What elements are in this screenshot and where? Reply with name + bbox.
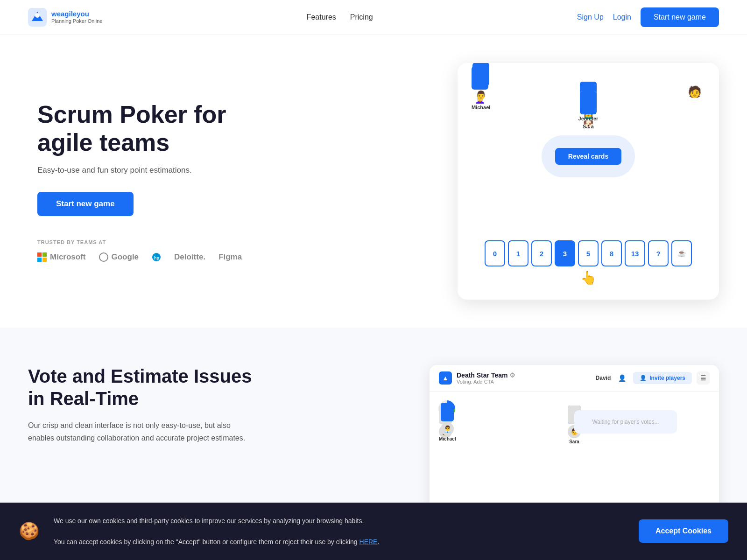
hero-title: Scrum Poker for agile teams <box>37 101 261 157</box>
vote-card-coffee[interactable]: ☕ <box>671 240 692 266</box>
vote-card-3[interactable]: 3 <box>555 240 575 266</box>
svg-rect-5 <box>42 258 47 262</box>
vote-card-2[interactable]: 2 <box>531 240 552 266</box>
player-avatar-michael: 👨 <box>473 87 489 103</box>
svg-point-6 <box>99 253 108 261</box>
team-details: Death Star Team ⚙ Voting: Add CTA <box>457 371 515 385</box>
hero-section: Scrum Poker for agile teams Easy-to-use … <box>0 35 747 328</box>
accept-cookies-button[interactable]: Accept Cookies <box>639 519 728 543</box>
signup-link[interactable]: Sign Up <box>577 13 604 21</box>
google-icon <box>99 252 108 262</box>
nav-links: Features Pricing <box>307 13 373 21</box>
logo-deloitte: Deloitte. <box>174 252 205 262</box>
card-row: 0 1 2 3 5 8 13 ? ☕ <box>472 240 705 266</box>
invite-label: Invite players <box>649 375 685 381</box>
logo-google: Google <box>99 252 139 262</box>
trusted-section: TRUSTED BY TEAMS AT Microsoft Google hp … <box>37 239 261 262</box>
s2-name-michael: Michael <box>439 436 456 441</box>
team-sub: Voting: Add CTA <box>457 379 515 385</box>
game-preview-card: 👩 Sara 👨‍🦱 👩‍🦳 <box>458 63 719 300</box>
invite-players-button[interactable]: 👤 Invite players <box>633 372 692 384</box>
cursor-icon: 👆 <box>580 270 597 286</box>
navbar: weagileyou Planning Poker Online Feature… <box>0 0 747 35</box>
svg-text:hp: hp <box>154 256 159 260</box>
cookie-text: We use our own cookies and third-party c… <box>54 516 625 547</box>
waiting-text: Waiting for player's votes... <box>592 419 659 425</box>
vote-card-q[interactable]: ? <box>648 240 669 266</box>
hero-right: 👩 Sara 👨‍🦱 👩‍🦳 <box>458 63 719 300</box>
section2-left: Vote and Estimate Issues in Real-Time Ou… <box>28 365 252 444</box>
cookie-icon: 🍪 <box>19 521 40 541</box>
cookie-sub-text: You can accept cookies by clicking on th… <box>54 537 625 547</box>
nav-right: Sign Up Login Start new game <box>577 7 719 27</box>
logo-bottom: Planning Poker Online <box>51 18 102 24</box>
game-card2-header: ▲ Death Star Team ⚙ Voting: Add CTA Davi… <box>430 365 719 392</box>
team-info: ▲ Death Star Team ⚙ Voting: Add CTA <box>439 371 515 385</box>
section2-title: Vote and Estimate Issues in Real-Time <box>28 365 252 410</box>
logo-link[interactable]: weagileyou Planning Poker Online <box>28 8 102 27</box>
cookie-here-link[interactable]: HERE <box>359 538 378 546</box>
hero-left: Scrum Poker for agile teams Easy-to-use … <box>37 101 261 262</box>
s2-avatar-michael: 👨‍💼 <box>441 422 454 435</box>
s2-name-sara: Sara <box>569 439 579 444</box>
team-icon: ▲ <box>439 371 452 385</box>
hero-cta-button[interactable]: Start new game <box>37 192 134 216</box>
logo-top: weagileyou <box>51 10 102 18</box>
cursor-area: 👆 <box>472 270 705 286</box>
player-card-michael <box>472 63 489 86</box>
player-jennifer: Jennifer <box>578 91 599 121</box>
game-table: 👩 Sara 👨‍🦱 👩‍🦳 <box>472 82 705 231</box>
svg-point-1 <box>35 13 40 18</box>
svg-rect-2 <box>37 252 42 257</box>
trusted-logos: Microsoft Google hp Deloitte. Figma <box>37 252 261 262</box>
menu-icon-button[interactable]: ☰ <box>697 371 710 385</box>
nav-pricing[interactable]: Pricing <box>350 13 373 21</box>
header-right: David 👤 👤 Invite players ☰ <box>596 371 710 385</box>
login-link[interactable]: Login <box>613 13 631 21</box>
logo-figma: Figma <box>218 252 242 262</box>
user-label: David <box>596 375 611 381</box>
nav-features[interactable]: Features <box>307 13 336 21</box>
hero-subtitle: Easy-to-use and fun story point estimati… <box>37 166 261 175</box>
logo-hp: hp <box>152 252 161 262</box>
corner-avatar: 🧑 <box>684 82 705 102</box>
nav-cta-button[interactable]: Start new game <box>641 7 719 27</box>
svg-rect-3 <box>42 252 47 257</box>
s2-card-michael <box>441 403 454 421</box>
microsoft-icon <box>37 252 47 262</box>
cookie-banner: 🍪 We use our own cookies and third-party… <box>0 503 747 560</box>
corner-player-avatar: 🧑 <box>684 82 705 102</box>
logo-icon <box>28 8 47 27</box>
poker-table: Reveal cards <box>542 135 635 177</box>
logo-microsoft: Microsoft <box>37 252 86 262</box>
svg-rect-4 <box>37 258 42 262</box>
vote-card-13[interactable]: 13 <box>625 240 645 266</box>
player-name-michael: Michael <box>472 105 490 110</box>
vote-card-1[interactable]: 1 <box>508 240 529 266</box>
reveal-cards-button[interactable]: Reveal cards <box>555 148 621 165</box>
section2-text: Our crisp and clean interface is not onl… <box>28 419 252 444</box>
player-card-jennifer <box>580 91 597 114</box>
vote-card-5[interactable]: 5 <box>578 240 599 266</box>
s2-player-michael: 👨‍💼 Michael <box>439 403 456 441</box>
waiting-box: Waiting for player's votes... <box>574 410 677 434</box>
person-icon: 👤 <box>640 375 647 381</box>
vote-card-8[interactable]: 8 <box>601 240 622 266</box>
cookie-main-text: We use our own cookies and third-party c… <box>54 516 625 526</box>
hp-icon: hp <box>152 252 161 262</box>
vote-card-0[interactable]: 0 <box>485 240 505 266</box>
trusted-label: TRUSTED BY TEAMS AT <box>37 239 261 245</box>
settings-icon: ⚙ <box>509 371 515 379</box>
player-michael: 👨 Michael <box>472 63 490 110</box>
user-avatar: 👤 <box>615 371 628 385</box>
team-name: Death Star Team ⚙ <box>457 371 515 379</box>
player-name-jennifer: Jennifer <box>578 116 599 121</box>
